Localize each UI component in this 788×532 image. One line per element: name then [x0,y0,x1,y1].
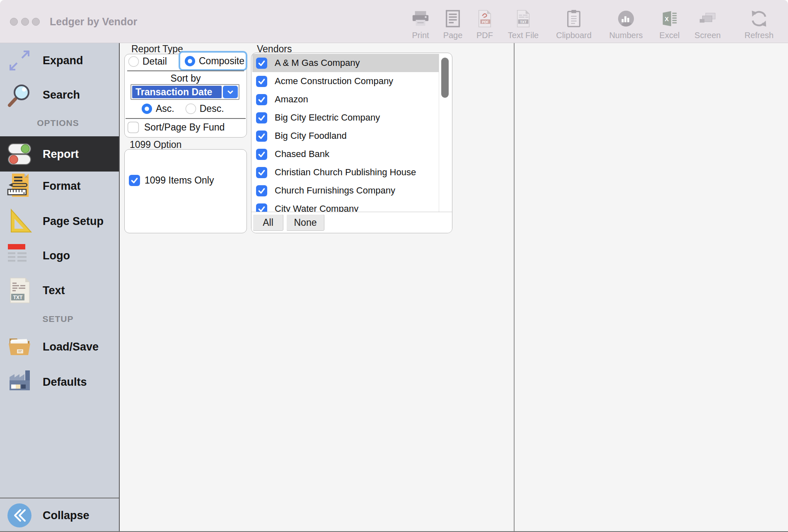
vendor-row[interactable]: City Water Company [252,200,440,212]
toolbar-item-refresh[interactable]: Refresh [736,9,782,40]
svg-text:TXT: TXT [13,295,23,300]
items-1099-only-label: 1099 Items Only [145,175,214,186]
sort-by-dropdown[interactable]: Transaction Date [131,84,239,100]
sidebar-item-page-setup[interactable]: Page Setup [0,204,119,239]
window-title: Ledger by Vendor [50,16,137,28]
sort-by-value: Transaction Date [132,86,222,98]
titlebar: Ledger by Vendor PrintPagePDFPDFTXTText … [0,0,788,43]
sidebar-item-label: Load/Save [43,341,99,353]
toolbar-item-screen[interactable]: Screen [685,9,730,40]
collapse-icon [6,502,33,529]
search-icon [6,81,33,109]
items-1099-only-checkbox[interactable]: 1099 Items Only [128,174,214,186]
sidebar-item-report[interactable]: Report [0,136,119,172]
toolbar-item-numbers[interactable]: Numbers [603,9,649,40]
sidebar-item-logo[interactable]: Logo [0,238,119,273]
format-icon [6,172,33,200]
sidebar: ExpandSearchOPTIONSReportFormatPage Setu… [0,43,120,531]
sidebar-section-header: OPTIONS [0,117,116,129]
preview-divider [514,43,515,531]
toolbar-item-label: Text File [500,31,546,40]
sort-page-by-fund-checkbox[interactable]: Sort/Page By Fund [127,121,225,133]
separator [126,118,246,119]
checkbox-checked-icon[interactable] [256,75,268,87]
toolbar-item-label: Screen [685,31,730,40]
svg-text:TXT: TXT [520,20,526,24]
select-none-button[interactable]: None [287,215,324,230]
checkbox-unchecked-icon [127,121,139,133]
checkbox-checked-icon[interactable] [256,148,268,160]
toolbar-item-clipboard[interactable]: Clipboard [551,9,597,40]
sidebar-item-expand[interactable]: Expand [0,43,119,78]
vendor-row[interactable]: Christian Church Publishing House [252,163,440,181]
sort-desc-radio[interactable]: Desc. [185,103,224,114]
numbers-chart-icon [603,9,649,30]
vendor-name: Acme Construction Company [275,76,393,87]
toolbar-item-text-file[interactable]: TXTText File [500,9,546,40]
report-toggles-icon [6,140,33,168]
vendor-list: A & M Gas CompanyAcme Construction Compa… [252,54,440,212]
sidebar-item-text[interactable]: TXTText [0,273,119,308]
sidebar-item-label: Format [43,180,81,193]
zoom-window-button[interactable] [32,18,40,26]
vendor-row[interactable]: Acme Construction Company [252,72,440,90]
svg-text:PDF: PDF [482,20,488,24]
vendor-name: City Water Company [275,203,358,212]
vendor-row[interactable]: A & M Gas Company [252,54,440,72]
vendors-panel: A & M Gas CompanyAcme Construction Compa… [251,53,452,233]
text-doc-icon: TXT [6,277,33,304]
report-type-label: Report Type [131,44,183,55]
checkbox-checked-icon[interactable] [256,57,268,69]
factory-icon [6,368,33,396]
sidebar-item-search[interactable]: Search [0,77,119,112]
chevron-down-icon[interactable] [223,86,238,98]
vendor-row[interactable]: Big City Foodland [252,127,440,145]
checkbox-checked-icon[interactable] [256,130,268,142]
checkbox-checked-icon[interactable] [256,203,268,212]
detail-radio[interactable]: Detail [128,56,167,67]
vendor-row[interactable]: Church Furnishings Company [252,181,440,200]
checkbox-checked-icon[interactable] [256,185,268,197]
sidebar-item-label: Page Setup [43,215,104,228]
toolbar-item-label: Clipboard [551,31,597,40]
vendor-row[interactable]: Amazon [252,90,440,109]
close-window-button[interactable] [10,18,18,26]
minimize-window-button[interactable] [21,18,29,26]
vendor-name: Amazon [275,94,308,105]
vendors-scrollbar[interactable] [439,54,451,212]
svg-text:X: X [665,16,669,22]
txt-file-icon: TXT [500,9,546,30]
scrollbar-thumb[interactable] [441,58,449,98]
checkbox-checked-icon[interactable] [256,112,268,124]
refresh-icon [736,9,782,30]
vendor-name: Chased Bank [275,149,329,160]
vendor-row[interactable]: Chased Bank [252,145,440,163]
sort-by-label: Sort by [125,73,247,84]
report-type-panel: Detail Composite Sort by Transaction Dat… [124,54,247,138]
select-all-button[interactable]: All [253,215,283,230]
vendor-name: Big City Electric Company [275,112,380,123]
sidebar-item-label: Expand [43,54,83,67]
composite-radio[interactable]: Composite [180,53,246,69]
sort-asc-radio[interactable]: Asc. [141,103,174,114]
radio-on-icon [184,56,196,67]
sidebar-item-collapse[interactable]: Collapse [0,498,119,532]
sidebar-item-label: Collapse [43,509,89,522]
radio-off-icon [128,56,139,67]
main-content: Report Type Detail Composite Sort by Tra… [121,43,788,531]
vendor-name: A & M Gas Company [275,58,360,68]
expand-icon [6,47,33,74]
vendor-row[interactable]: Big City Electric Company [252,109,440,127]
checkbox-checked-icon[interactable] [256,94,268,106]
option-1099-panel: 1099 Items Only [124,149,247,233]
toolbar-item-label: Numbers [603,31,649,40]
sort-direction-group: Asc. Desc. [141,102,224,115]
sidebar-item-label: Report [43,148,79,160]
sidebar-item-defaults[interactable]: Defaults [0,365,119,399]
screen-icon [685,9,730,30]
folder-icon [6,333,33,360]
sidebar-item-format[interactable]: Format [0,169,119,203]
asc-radio-label: Asc. [156,103,174,114]
checkbox-checked-icon[interactable] [256,167,268,179]
sidebar-item-load-save[interactable]: Load/Save [0,329,119,364]
